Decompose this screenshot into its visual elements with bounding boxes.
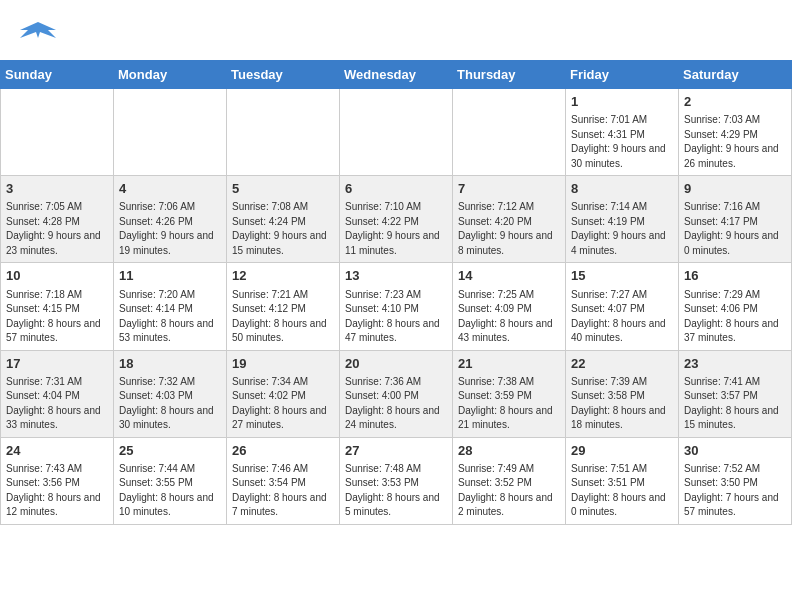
day-info: Sunrise: 7:43 AM Sunset: 3:56 PM Dayligh… xyxy=(6,462,108,520)
calendar-cell: 8Sunrise: 7:14 AM Sunset: 4:19 PM Daylig… xyxy=(566,176,679,263)
day-info: Sunrise: 7:20 AM Sunset: 4:14 PM Dayligh… xyxy=(119,288,221,346)
day-info: Sunrise: 7:36 AM Sunset: 4:00 PM Dayligh… xyxy=(345,375,447,433)
calendar-cell xyxy=(114,89,227,176)
calendar-week-row: 1Sunrise: 7:01 AM Sunset: 4:31 PM Daylig… xyxy=(1,89,792,176)
day-info: Sunrise: 7:39 AM Sunset: 3:58 PM Dayligh… xyxy=(571,375,673,433)
day-info: Sunrise: 7:18 AM Sunset: 4:15 PM Dayligh… xyxy=(6,288,108,346)
calendar-cell: 25Sunrise: 7:44 AM Sunset: 3:55 PM Dayli… xyxy=(114,437,227,524)
calendar-cell: 24Sunrise: 7:43 AM Sunset: 3:56 PM Dayli… xyxy=(1,437,114,524)
day-number: 9 xyxy=(684,180,786,198)
calendar-cell: 2Sunrise: 7:03 AM Sunset: 4:29 PM Daylig… xyxy=(679,89,792,176)
day-number: 30 xyxy=(684,442,786,460)
day-number: 11 xyxy=(119,267,221,285)
day-number: 27 xyxy=(345,442,447,460)
calendar-table: SundayMondayTuesdayWednesdayThursdayFrid… xyxy=(0,60,792,525)
weekday-header-saturday: Saturday xyxy=(679,61,792,89)
calendar-week-row: 10Sunrise: 7:18 AM Sunset: 4:15 PM Dayli… xyxy=(1,263,792,350)
weekday-header-tuesday: Tuesday xyxy=(227,61,340,89)
calendar-cell: 22Sunrise: 7:39 AM Sunset: 3:58 PM Dayli… xyxy=(566,350,679,437)
day-info: Sunrise: 7:44 AM Sunset: 3:55 PM Dayligh… xyxy=(119,462,221,520)
calendar-cell: 11Sunrise: 7:20 AM Sunset: 4:14 PM Dayli… xyxy=(114,263,227,350)
logo xyxy=(20,16,60,52)
calendar-cell: 4Sunrise: 7:06 AM Sunset: 4:26 PM Daylig… xyxy=(114,176,227,263)
day-info: Sunrise: 7:38 AM Sunset: 3:59 PM Dayligh… xyxy=(458,375,560,433)
day-info: Sunrise: 7:34 AM Sunset: 4:02 PM Dayligh… xyxy=(232,375,334,433)
weekday-header-friday: Friday xyxy=(566,61,679,89)
calendar-cell: 1Sunrise: 7:01 AM Sunset: 4:31 PM Daylig… xyxy=(566,89,679,176)
day-number: 6 xyxy=(345,180,447,198)
day-info: Sunrise: 7:46 AM Sunset: 3:54 PM Dayligh… xyxy=(232,462,334,520)
weekday-header-monday: Monday xyxy=(114,61,227,89)
calendar-cell: 29Sunrise: 7:51 AM Sunset: 3:51 PM Dayli… xyxy=(566,437,679,524)
day-info: Sunrise: 7:03 AM Sunset: 4:29 PM Dayligh… xyxy=(684,113,786,171)
day-number: 3 xyxy=(6,180,108,198)
day-info: Sunrise: 7:31 AM Sunset: 4:04 PM Dayligh… xyxy=(6,375,108,433)
calendar-cell: 23Sunrise: 7:41 AM Sunset: 3:57 PM Dayli… xyxy=(679,350,792,437)
day-info: Sunrise: 7:48 AM Sunset: 3:53 PM Dayligh… xyxy=(345,462,447,520)
day-number: 18 xyxy=(119,355,221,373)
day-number: 13 xyxy=(345,267,447,285)
day-info: Sunrise: 7:49 AM Sunset: 3:52 PM Dayligh… xyxy=(458,462,560,520)
calendar-cell: 15Sunrise: 7:27 AM Sunset: 4:07 PM Dayli… xyxy=(566,263,679,350)
day-number: 16 xyxy=(684,267,786,285)
calendar-cell: 6Sunrise: 7:10 AM Sunset: 4:22 PM Daylig… xyxy=(340,176,453,263)
day-info: Sunrise: 7:52 AM Sunset: 3:50 PM Dayligh… xyxy=(684,462,786,520)
calendar-cell xyxy=(1,89,114,176)
calendar-cell: 26Sunrise: 7:46 AM Sunset: 3:54 PM Dayli… xyxy=(227,437,340,524)
day-info: Sunrise: 7:06 AM Sunset: 4:26 PM Dayligh… xyxy=(119,200,221,258)
day-info: Sunrise: 7:05 AM Sunset: 4:28 PM Dayligh… xyxy=(6,200,108,258)
calendar-cell xyxy=(227,89,340,176)
day-number: 14 xyxy=(458,267,560,285)
calendar-body: 1Sunrise: 7:01 AM Sunset: 4:31 PM Daylig… xyxy=(1,89,792,525)
day-info: Sunrise: 7:29 AM Sunset: 4:06 PM Dayligh… xyxy=(684,288,786,346)
calendar-cell: 10Sunrise: 7:18 AM Sunset: 4:15 PM Dayli… xyxy=(1,263,114,350)
weekday-header-sunday: Sunday xyxy=(1,61,114,89)
day-number: 2 xyxy=(684,93,786,111)
calendar-cell: 3Sunrise: 7:05 AM Sunset: 4:28 PM Daylig… xyxy=(1,176,114,263)
calendar-cell: 12Sunrise: 7:21 AM Sunset: 4:12 PM Dayli… xyxy=(227,263,340,350)
day-info: Sunrise: 7:12 AM Sunset: 4:20 PM Dayligh… xyxy=(458,200,560,258)
calendar-week-row: 24Sunrise: 7:43 AM Sunset: 3:56 PM Dayli… xyxy=(1,437,792,524)
day-info: Sunrise: 7:01 AM Sunset: 4:31 PM Dayligh… xyxy=(571,113,673,171)
calendar-header: SundayMondayTuesdayWednesdayThursdayFrid… xyxy=(1,61,792,89)
day-info: Sunrise: 7:10 AM Sunset: 4:22 PM Dayligh… xyxy=(345,200,447,258)
calendar-cell: 5Sunrise: 7:08 AM Sunset: 4:24 PM Daylig… xyxy=(227,176,340,263)
day-number: 26 xyxy=(232,442,334,460)
calendar-cell: 13Sunrise: 7:23 AM Sunset: 4:10 PM Dayli… xyxy=(340,263,453,350)
day-info: Sunrise: 7:25 AM Sunset: 4:09 PM Dayligh… xyxy=(458,288,560,346)
day-info: Sunrise: 7:32 AM Sunset: 4:03 PM Dayligh… xyxy=(119,375,221,433)
day-info: Sunrise: 7:27 AM Sunset: 4:07 PM Dayligh… xyxy=(571,288,673,346)
day-number: 17 xyxy=(6,355,108,373)
calendar-cell: 7Sunrise: 7:12 AM Sunset: 4:20 PM Daylig… xyxy=(453,176,566,263)
day-number: 7 xyxy=(458,180,560,198)
day-number: 1 xyxy=(571,93,673,111)
calendar-cell: 19Sunrise: 7:34 AM Sunset: 4:02 PM Dayli… xyxy=(227,350,340,437)
calendar-cell xyxy=(340,89,453,176)
calendar-cell: 14Sunrise: 7:25 AM Sunset: 4:09 PM Dayli… xyxy=(453,263,566,350)
weekday-header-thursday: Thursday xyxy=(453,61,566,89)
calendar-cell: 9Sunrise: 7:16 AM Sunset: 4:17 PM Daylig… xyxy=(679,176,792,263)
calendar-week-row: 3Sunrise: 7:05 AM Sunset: 4:28 PM Daylig… xyxy=(1,176,792,263)
day-number: 5 xyxy=(232,180,334,198)
day-number: 20 xyxy=(345,355,447,373)
weekday-header-row: SundayMondayTuesdayWednesdayThursdayFrid… xyxy=(1,61,792,89)
day-number: 25 xyxy=(119,442,221,460)
day-number: 21 xyxy=(458,355,560,373)
calendar-cell: 21Sunrise: 7:38 AM Sunset: 3:59 PM Dayli… xyxy=(453,350,566,437)
day-number: 12 xyxy=(232,267,334,285)
day-number: 29 xyxy=(571,442,673,460)
day-number: 8 xyxy=(571,180,673,198)
calendar-cell: 17Sunrise: 7:31 AM Sunset: 4:04 PM Dayli… xyxy=(1,350,114,437)
calendar-cell: 27Sunrise: 7:48 AM Sunset: 3:53 PM Dayli… xyxy=(340,437,453,524)
calendar-cell: 30Sunrise: 7:52 AM Sunset: 3:50 PM Dayli… xyxy=(679,437,792,524)
day-number: 22 xyxy=(571,355,673,373)
calendar-cell xyxy=(453,89,566,176)
logo-icon xyxy=(20,16,56,52)
calendar-cell: 18Sunrise: 7:32 AM Sunset: 4:03 PM Dayli… xyxy=(114,350,227,437)
calendar-cell: 16Sunrise: 7:29 AM Sunset: 4:06 PM Dayli… xyxy=(679,263,792,350)
day-number: 15 xyxy=(571,267,673,285)
day-number: 23 xyxy=(684,355,786,373)
day-info: Sunrise: 7:14 AM Sunset: 4:19 PM Dayligh… xyxy=(571,200,673,258)
day-number: 10 xyxy=(6,267,108,285)
day-info: Sunrise: 7:08 AM Sunset: 4:24 PM Dayligh… xyxy=(232,200,334,258)
